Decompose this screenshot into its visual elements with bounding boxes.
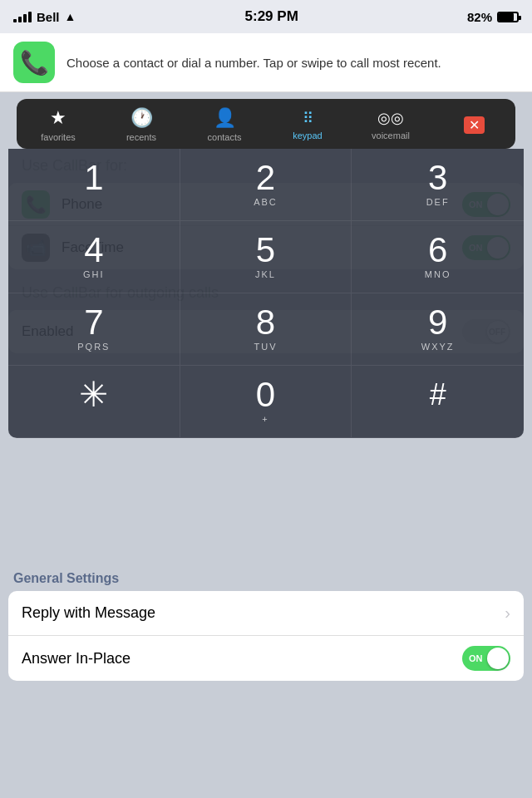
general-settings-card: Reply with Message › Answer In-Place	[8, 591, 524, 681]
battery-fill	[499, 13, 514, 21]
key-6[interactable]: 6 MNO	[352, 221, 524, 293]
recents-label: recents	[126, 132, 156, 142]
page: Bell ▲ 5:29 PM 82% 📞 Choose a contact or…	[0, 0, 532, 798]
notification-text: Choose a contact or dial a number. Tap o…	[66, 54, 441, 71]
battery-percentage: 82%	[467, 10, 492, 24]
close-icon: ✕	[464, 116, 485, 134]
key-8[interactable]: 8 TUV	[180, 293, 352, 366]
answer-toggle[interactable]	[462, 646, 510, 671]
favorites-label: favorites	[41, 132, 76, 142]
tab-contacts[interactable]: 👤 contacts	[183, 107, 266, 142]
tab-voicemail[interactable]: ◎◎ voicemail	[349, 109, 432, 140]
key-4[interactable]: 4 GHI	[8, 221, 180, 293]
tab-close[interactable]: ✕	[432, 116, 515, 134]
tab-recents[interactable]: 🕐 recents	[100, 107, 183, 142]
status-right: 82%	[467, 10, 519, 24]
battery-icon	[497, 12, 519, 22]
key-1[interactable]: 1	[8, 149, 180, 221]
reply-with-message-row[interactable]: Reply with Message ›	[8, 591, 524, 636]
recents-icon: 🕐	[131, 107, 153, 129]
general-settings-header: General Settings	[8, 564, 524, 591]
contacts-label: contacts	[208, 132, 242, 142]
answer-label: Answer In-Place	[22, 650, 462, 667]
tab-favorites[interactable]: ★ favorites	[17, 107, 100, 142]
general-settings: General Settings Reply with Message › An…	[0, 564, 532, 681]
keypad-icon: ⠿	[303, 109, 313, 127]
keypad-label: keypad	[293, 131, 322, 140]
key-9[interactable]: 9 WXYZ	[352, 293, 524, 366]
signal-bar-2	[18, 17, 22, 22]
carrier-label: Bell	[37, 10, 60, 24]
key-3[interactable]: 3 DEF	[352, 149, 524, 221]
answer-in-place-row[interactable]: Answer In-Place	[8, 636, 524, 681]
key-5[interactable]: 5 JKL	[180, 221, 352, 293]
status-left: Bell ▲	[13, 10, 76, 24]
signal-bars	[13, 12, 32, 22]
main-area: Use CallBar for: 📞 Phone 📹 FaceTime Use …	[0, 149, 532, 798]
time-display: 5:29 PM	[245, 8, 298, 25]
notification-banner[interactable]: 📞 Choose a contact or dial a number. Tap…	[0, 33, 532, 92]
contacts-icon: 👤	[214, 107, 236, 129]
tab-bar: ★ favorites 🕐 recents 👤 contacts ⠿ keypa…	[17, 99, 515, 149]
signal-bar-4	[28, 12, 32, 22]
key-2[interactable]: 2 ABC	[180, 149, 352, 221]
answer-toggle-thumb	[487, 648, 509, 669]
key-hash[interactable]: #	[352, 366, 524, 438]
key-0[interactable]: 0 +	[180, 366, 352, 438]
key-star[interactable]: ✳	[8, 366, 180, 438]
key-7[interactable]: 7 PQRS	[8, 293, 180, 366]
keypad-grid: 1 2 ABC 3 DEF 4 GHI 5 JKL	[8, 149, 524, 438]
wifi-icon: ▲	[65, 10, 76, 23]
reply-chevron-icon: ›	[505, 603, 510, 623]
general-settings-section: General Settings Reply with Message › An…	[0, 558, 532, 681]
signal-bar-3	[23, 14, 27, 22]
phone-app-icon: 📞	[13, 42, 55, 83]
tab-keypad[interactable]: ⠿ keypad	[266, 109, 349, 140]
favorites-icon: ★	[50, 107, 66, 129]
reply-label: Reply with Message	[22, 604, 505, 622]
keypad-overlay: 1 2 ABC 3 DEF 4 GHI 5 JKL	[8, 149, 524, 438]
status-bar: Bell ▲ 5:29 PM 82%	[0, 0, 532, 33]
signal-bar-1	[13, 19, 17, 22]
voicemail-label: voicemail	[372, 131, 410, 140]
tab-bar-wrapper: ★ favorites 🕐 recents 👤 contacts ⠿ keypa…	[0, 92, 532, 149]
voicemail-icon: ◎◎	[377, 109, 404, 127]
